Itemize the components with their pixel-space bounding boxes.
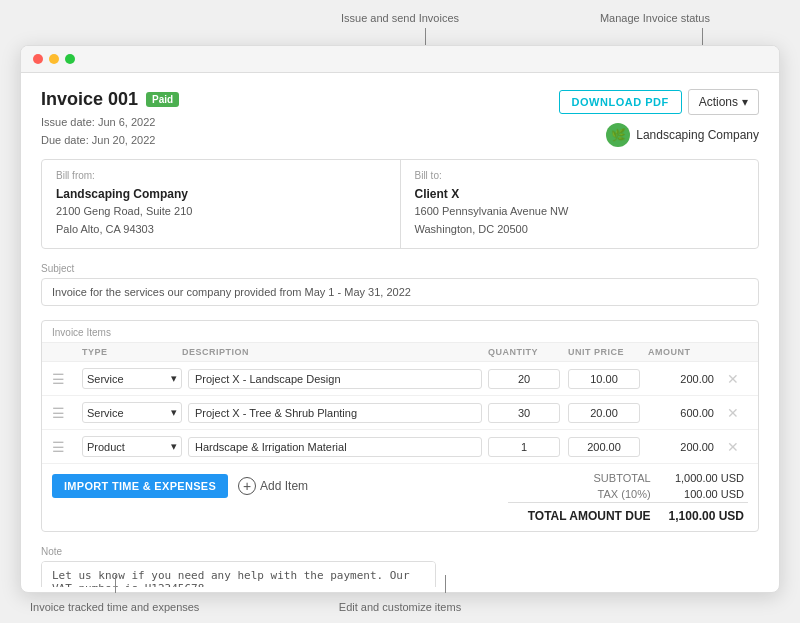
invoice-title-row: Invoice 001 Paid bbox=[41, 89, 179, 110]
invoice-title: Invoice 001 bbox=[41, 89, 138, 110]
description-input-0[interactable] bbox=[188, 369, 482, 389]
total-label: TOTAL AMOUNT DUE bbox=[508, 503, 655, 526]
type-value-1: Service bbox=[87, 407, 124, 419]
col-type: TYPE bbox=[82, 347, 182, 357]
invoice-items-section: Invoice Items TYPE DESCRIPTION QUANTITY … bbox=[41, 320, 759, 532]
note-label: Note bbox=[41, 546, 759, 557]
issue-date-label: Issue date: bbox=[41, 116, 95, 128]
subtotal-label: SUBTOTAL bbox=[508, 470, 655, 486]
subject-label: Subject bbox=[41, 263, 759, 274]
amount-0: 200.00 bbox=[648, 373, 718, 385]
price-input-1[interactable] bbox=[568, 403, 640, 423]
table-row: ☰ Service ▾ 200.00 ✕ bbox=[42, 362, 758, 396]
bill-to-label: Bill to: bbox=[415, 170, 745, 181]
drag-handle-icon[interactable]: ☰ bbox=[52, 371, 82, 387]
footer-left: IMPORT TIME & EXPENSES + Add Item bbox=[52, 470, 308, 498]
import-time-expenses-button[interactable]: IMPORT TIME & EXPENSES bbox=[52, 474, 228, 498]
invoice-header-right: DOWNLOAD PDF Actions ▾ 🌿 Landscaping Com… bbox=[559, 89, 759, 147]
company-name: Landscaping Company bbox=[636, 128, 759, 142]
col-quantity: QUANTITY bbox=[488, 347, 568, 357]
amount-1: 600.00 bbox=[648, 407, 718, 419]
items-header-label: Invoice Items bbox=[42, 321, 758, 343]
actions-button[interactable]: Actions ▾ bbox=[688, 89, 759, 115]
col-amount: AMOUNT bbox=[648, 347, 718, 357]
dot-red[interactable] bbox=[33, 54, 43, 64]
tax-value: 100.00 USD bbox=[655, 486, 748, 503]
drag-handle-icon[interactable]: ☰ bbox=[52, 405, 82, 421]
add-item-button[interactable]: + Add Item bbox=[238, 477, 308, 495]
qty-input-1[interactable] bbox=[488, 403, 560, 423]
chevron-icon-2: ▾ bbox=[171, 440, 177, 453]
note-textarea[interactable]: Let us know if you need any help with th… bbox=[41, 561, 436, 587]
remove-btn-2[interactable]: ✕ bbox=[718, 439, 748, 455]
company-icon: 🌿 bbox=[606, 123, 630, 147]
table-row: ☰ Product ▾ 200.00 ✕ bbox=[42, 430, 758, 464]
col-description: DESCRIPTION bbox=[182, 347, 488, 357]
remove-btn-0[interactable]: ✕ bbox=[718, 371, 748, 387]
arrow-top-center-line bbox=[425, 28, 426, 46]
items-table-header: TYPE DESCRIPTION QUANTITY UNIT PRICE AMO… bbox=[42, 343, 758, 362]
drag-handle-icon[interactable]: ☰ bbox=[52, 439, 82, 455]
qty-input-0[interactable] bbox=[488, 369, 560, 389]
price-input-2[interactable] bbox=[568, 437, 640, 457]
note-section: Note Let us know if you need any help wi… bbox=[41, 546, 759, 587]
bill-section: Bill from: Landscaping Company 2100 Geng… bbox=[41, 159, 759, 249]
col-unit-price: UNIT PRICE bbox=[568, 347, 648, 357]
type-value-2: Product bbox=[87, 441, 125, 453]
remove-btn-1[interactable]: ✕ bbox=[718, 405, 748, 421]
description-input-1[interactable] bbox=[188, 403, 482, 423]
status-badge: Paid bbox=[146, 92, 179, 107]
subject-section: Subject bbox=[41, 263, 759, 306]
to-address: 1600 Pennsylvania Avenue NW Washington, … bbox=[415, 203, 745, 238]
total-row: TOTAL AMOUNT DUE 1,100.00 USD bbox=[508, 503, 748, 526]
arrow-bottom-left-line bbox=[115, 575, 116, 593]
type-value-0: Service bbox=[87, 373, 124, 385]
qty-input-2[interactable] bbox=[488, 437, 560, 457]
price-input-0[interactable] bbox=[568, 369, 640, 389]
from-company: Landscaping Company bbox=[56, 187, 386, 201]
invoice-dates: Issue date: Jun 6, 2022 Due date: Jun 20… bbox=[41, 114, 179, 149]
dot-yellow[interactable] bbox=[49, 54, 59, 64]
bill-from-label: Bill from: bbox=[56, 170, 386, 181]
annotation-top-center: Issue and send Invoices bbox=[341, 12, 459, 24]
totals-table: SUBTOTAL 1,000.00 USD TAX (10%) 100.00 U… bbox=[508, 470, 748, 525]
invoice-container: Invoice 001 Paid Issue date: Jun 6, 2022… bbox=[21, 73, 779, 587]
from-address: 2100 Geng Road, Suite 210 Palo Alto, CA … bbox=[56, 203, 386, 238]
actions-label: Actions bbox=[699, 95, 738, 109]
total-value: 1,100.00 USD bbox=[655, 503, 748, 526]
amount-2: 200.00 bbox=[648, 441, 718, 453]
subtotal-row: SUBTOTAL 1,000.00 USD bbox=[508, 470, 748, 486]
invoice-header-left: Invoice 001 Paid Issue date: Jun 6, 2022… bbox=[41, 89, 179, 149]
type-select-1[interactable]: Service ▾ bbox=[82, 402, 182, 423]
issue-date-value: Jun 6, 2022 bbox=[98, 116, 156, 128]
due-date-label: Due date: bbox=[41, 134, 89, 146]
arrow-bottom-center-line bbox=[445, 575, 446, 593]
chevron-icon-0: ▾ bbox=[171, 372, 177, 385]
download-pdf-button[interactable]: DOWNLOAD PDF bbox=[559, 90, 682, 114]
to-company: Client X bbox=[415, 187, 745, 201]
annotation-top-right: Manage Invoice status bbox=[600, 12, 710, 24]
add-item-icon: + bbox=[238, 477, 256, 495]
bill-to: Bill to: Client X 1600 Pennsylvania Aven… bbox=[401, 160, 759, 248]
tax-row: TAX (10%) 100.00 USD bbox=[508, 486, 748, 503]
type-select-2[interactable]: Product ▾ bbox=[82, 436, 182, 457]
footer-right: SUBTOTAL 1,000.00 USD TAX (10%) 100.00 U… bbox=[508, 470, 748, 525]
add-item-label: Add Item bbox=[260, 479, 308, 493]
subtotal-value: 1,000.00 USD bbox=[655, 470, 748, 486]
browser-titlebar bbox=[21, 46, 779, 73]
type-select-0[interactable]: Service ▾ bbox=[82, 368, 182, 389]
due-date-value: Jun 20, 2022 bbox=[92, 134, 156, 146]
annotation-bottom-center: Edit and customize items bbox=[339, 601, 461, 613]
dot-green[interactable] bbox=[65, 54, 75, 64]
subject-input[interactable] bbox=[41, 278, 759, 306]
description-input-2[interactable] bbox=[188, 437, 482, 457]
invoice-header: Invoice 001 Paid Issue date: Jun 6, 2022… bbox=[41, 89, 759, 149]
company-logo-row: 🌿 Landscaping Company bbox=[606, 123, 759, 147]
chevron-down-icon: ▾ bbox=[742, 95, 748, 109]
table-row: ☰ Service ▾ 600.00 ✕ bbox=[42, 396, 758, 430]
bill-from: Bill from: Landscaping Company 2100 Geng… bbox=[42, 160, 401, 248]
browser-window: Invoice 001 Paid Issue date: Jun 6, 2022… bbox=[20, 45, 780, 593]
annotation-bottom-left: Invoice tracked time and expenses bbox=[30, 601, 199, 613]
items-footer-totals: IMPORT TIME & EXPENSES + Add Item SUBTOT… bbox=[42, 464, 758, 531]
header-buttons: DOWNLOAD PDF Actions ▾ bbox=[559, 89, 759, 115]
